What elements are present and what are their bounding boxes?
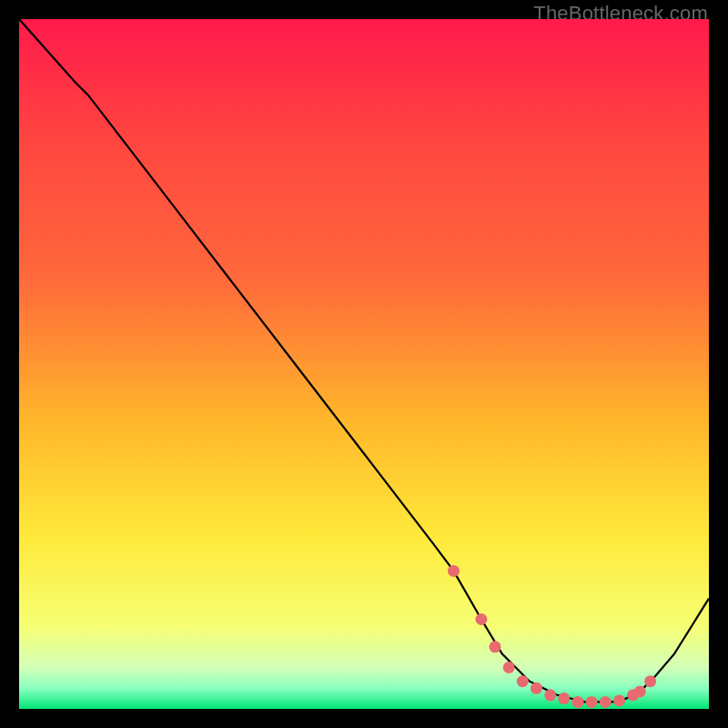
plot-area bbox=[19, 19, 709, 709]
highlight-dot bbox=[558, 693, 570, 704]
highlight-dot bbox=[613, 694, 625, 706]
highlight-dot bbox=[531, 682, 542, 694]
highlight-dot bbox=[634, 686, 646, 698]
highlight-dot bbox=[586, 696, 598, 708]
highlight-dot bbox=[503, 662, 515, 673]
chart-container: TheBottleneck.com bbox=[0, 0, 728, 728]
highlight-dot bbox=[475, 613, 487, 625]
chart-svg bbox=[19, 19, 709, 709]
highlight-dot bbox=[600, 696, 612, 708]
highlight-dot bbox=[517, 675, 529, 687]
highlight-dot bbox=[448, 565, 460, 577]
highlight-dot bbox=[544, 689, 556, 701]
highlight-dot bbox=[644, 675, 656, 687]
highlight-dot bbox=[490, 641, 501, 652]
gradient-background bbox=[19, 19, 709, 709]
highlight-dot bbox=[572, 696, 584, 708]
